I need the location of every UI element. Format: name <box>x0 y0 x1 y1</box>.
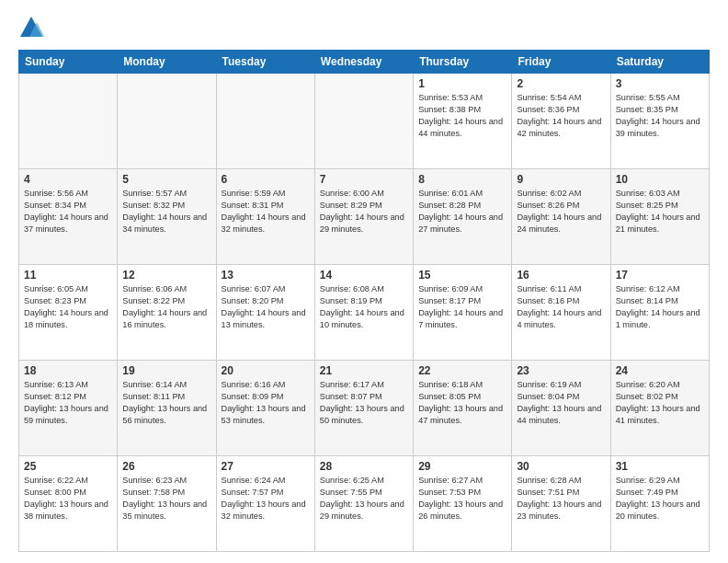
day-info: Sunrise: 5:59 AMSunset: 8:31 PMDaylight:… <box>222 188 310 236</box>
day-number: 19 <box>122 364 210 377</box>
calendar-cell: 25Sunrise: 6:22 AMSunset: 8:00 PMDayligh… <box>19 456 118 552</box>
weekday-header: Sunday <box>19 51 118 74</box>
calendar-cell: 20Sunrise: 6:16 AMSunset: 8:09 PMDayligh… <box>216 361 314 456</box>
calendar-cell: 18Sunrise: 6:13 AMSunset: 8:12 PMDayligh… <box>19 361 118 456</box>
day-info: Sunrise: 6:16 AMSunset: 8:09 PMDaylight:… <box>222 379 310 427</box>
calendar-cell: 23Sunrise: 6:19 AMSunset: 8:04 PMDayligh… <box>512 361 610 456</box>
day-info: Sunrise: 6:29 AMSunset: 7:49 PMDaylight:… <box>616 475 704 523</box>
calendar-cell: 1Sunrise: 5:53 AMSunset: 8:38 PMDaylight… <box>414 74 512 169</box>
calendar-cell: 21Sunrise: 6:17 AMSunset: 8:07 PMDayligh… <box>314 361 413 456</box>
calendar-cell: 6Sunrise: 5:59 AMSunset: 8:31 PMDaylight… <box>216 169 314 265</box>
calendar-cell: 4Sunrise: 5:56 AMSunset: 8:34 PMDaylight… <box>19 169 118 265</box>
day-number: 25 <box>24 460 112 473</box>
weekday-header: Tuesday <box>216 51 314 74</box>
day-info: Sunrise: 6:14 AMSunset: 8:11 PMDaylight:… <box>122 379 210 427</box>
calendar-cell: 16Sunrise: 6:11 AMSunset: 8:16 PMDayligh… <box>512 265 610 361</box>
day-info: Sunrise: 6:19 AMSunset: 8:04 PMDaylight:… <box>517 379 605 427</box>
day-number: 27 <box>222 460 310 473</box>
weekday-header: Monday <box>118 51 216 74</box>
calendar-cell: 7Sunrise: 6:00 AMSunset: 8:29 PMDaylight… <box>314 169 413 265</box>
logo <box>18 15 48 40</box>
day-number: 7 <box>320 173 408 186</box>
calendar-week-row: 25Sunrise: 6:22 AMSunset: 8:00 PMDayligh… <box>19 456 710 552</box>
weekday-header: Wednesday <box>314 51 413 74</box>
calendar: SundayMondayTuesdayWednesdayThursdayFrid… <box>18 50 710 552</box>
day-info: Sunrise: 6:28 AMSunset: 7:51 PMDaylight:… <box>517 475 605 523</box>
header <box>18 15 710 40</box>
weekday-header: Thursday <box>414 51 512 74</box>
day-info: Sunrise: 6:00 AMSunset: 8:29 PMDaylight:… <box>320 188 408 236</box>
calendar-cell: 14Sunrise: 6:08 AMSunset: 8:19 PMDayligh… <box>314 265 413 361</box>
day-number: 31 <box>616 460 704 473</box>
calendar-cell: 30Sunrise: 6:28 AMSunset: 7:51 PMDayligh… <box>512 456 610 552</box>
day-info: Sunrise: 6:17 AMSunset: 8:07 PMDaylight:… <box>320 379 408 427</box>
day-info: Sunrise: 6:09 AMSunset: 8:17 PMDaylight:… <box>418 283 506 331</box>
day-info: Sunrise: 5:54 AMSunset: 8:36 PMDaylight:… <box>517 92 605 140</box>
calendar-cell <box>314 74 413 169</box>
day-info: Sunrise: 6:23 AMSunset: 7:58 PMDaylight:… <box>122 475 210 523</box>
day-number: 20 <box>222 364 310 377</box>
day-number: 6 <box>222 173 310 186</box>
day-info: Sunrise: 5:53 AMSunset: 8:38 PMDaylight:… <box>418 92 506 140</box>
day-info: Sunrise: 6:27 AMSunset: 7:53 PMDaylight:… <box>418 475 506 523</box>
weekday-header-row: SundayMondayTuesdayWednesdayThursdayFrid… <box>19 51 710 74</box>
day-number: 21 <box>320 364 408 377</box>
calendar-week-row: 18Sunrise: 6:13 AMSunset: 8:12 PMDayligh… <box>19 361 710 456</box>
day-number: 17 <box>616 269 704 282</box>
calendar-cell <box>118 74 216 169</box>
calendar-cell <box>19 74 118 169</box>
day-info: Sunrise: 6:25 AMSunset: 7:55 PMDaylight:… <box>320 475 408 523</box>
day-number: 30 <box>517 460 605 473</box>
day-info: Sunrise: 5:56 AMSunset: 8:34 PMDaylight:… <box>24 188 112 236</box>
calendar-cell: 17Sunrise: 6:12 AMSunset: 8:14 PMDayligh… <box>610 265 709 361</box>
day-info: Sunrise: 6:18 AMSunset: 8:05 PMDaylight:… <box>418 379 506 427</box>
weekday-header: Friday <box>512 51 610 74</box>
day-info: Sunrise: 6:24 AMSunset: 7:57 PMDaylight:… <box>222 475 310 523</box>
calendar-cell: 8Sunrise: 6:01 AMSunset: 8:28 PMDaylight… <box>414 169 512 265</box>
day-info: Sunrise: 5:57 AMSunset: 8:32 PMDaylight:… <box>122 188 210 236</box>
page: SundayMondayTuesdayWednesdayThursdayFrid… <box>0 0 728 563</box>
day-info: Sunrise: 6:02 AMSunset: 8:26 PMDaylight:… <box>517 188 605 236</box>
day-number: 16 <box>517 269 605 282</box>
day-info: Sunrise: 6:07 AMSunset: 8:20 PMDaylight:… <box>222 283 310 331</box>
calendar-cell <box>216 74 314 169</box>
day-info: Sunrise: 6:13 AMSunset: 8:12 PMDaylight:… <box>24 379 112 427</box>
calendar-cell: 26Sunrise: 6:23 AMSunset: 7:58 PMDayligh… <box>118 456 216 552</box>
day-number: 29 <box>418 460 506 473</box>
day-number: 12 <box>122 269 210 282</box>
day-number: 11 <box>24 269 112 282</box>
calendar-cell: 31Sunrise: 6:29 AMSunset: 7:49 PMDayligh… <box>610 456 709 552</box>
day-info: Sunrise: 6:05 AMSunset: 8:23 PMDaylight:… <box>24 283 112 331</box>
calendar-week-row: 11Sunrise: 6:05 AMSunset: 8:23 PMDayligh… <box>19 265 710 361</box>
calendar-cell: 12Sunrise: 6:06 AMSunset: 8:22 PMDayligh… <box>118 265 216 361</box>
day-number: 14 <box>320 269 408 282</box>
day-number: 24 <box>616 364 704 377</box>
day-number: 28 <box>320 460 408 473</box>
day-number: 15 <box>418 269 506 282</box>
day-number: 9 <box>517 173 605 186</box>
day-number: 5 <box>122 173 210 186</box>
day-number: 23 <box>517 364 605 377</box>
calendar-cell: 27Sunrise: 6:24 AMSunset: 7:57 PMDayligh… <box>216 456 314 552</box>
calendar-cell: 2Sunrise: 5:54 AMSunset: 8:36 PMDaylight… <box>512 74 610 169</box>
day-number: 13 <box>222 269 310 282</box>
day-number: 18 <box>24 364 112 377</box>
day-info: Sunrise: 6:12 AMSunset: 8:14 PMDaylight:… <box>616 283 704 331</box>
calendar-cell: 28Sunrise: 6:25 AMSunset: 7:55 PMDayligh… <box>314 456 413 552</box>
calendar-cell: 13Sunrise: 6:07 AMSunset: 8:20 PMDayligh… <box>216 265 314 361</box>
weekday-header: Saturday <box>610 51 709 74</box>
calendar-cell: 9Sunrise: 6:02 AMSunset: 8:26 PMDaylight… <box>512 169 610 265</box>
day-number: 8 <box>418 173 506 186</box>
calendar-cell: 29Sunrise: 6:27 AMSunset: 7:53 PMDayligh… <box>414 456 512 552</box>
day-number: 26 <box>122 460 210 473</box>
day-info: Sunrise: 6:01 AMSunset: 8:28 PMDaylight:… <box>418 188 506 236</box>
day-info: Sunrise: 6:08 AMSunset: 8:19 PMDaylight:… <box>320 283 408 331</box>
day-number: 4 <box>24 173 112 186</box>
day-info: Sunrise: 6:20 AMSunset: 8:02 PMDaylight:… <box>616 379 704 427</box>
calendar-cell: 5Sunrise: 5:57 AMSunset: 8:32 PMDaylight… <box>118 169 216 265</box>
day-number: 1 <box>418 77 506 90</box>
day-info: Sunrise: 6:06 AMSunset: 8:22 PMDaylight:… <box>122 283 210 331</box>
calendar-cell: 10Sunrise: 6:03 AMSunset: 8:25 PMDayligh… <box>610 169 709 265</box>
day-number: 22 <box>418 364 506 377</box>
day-info: Sunrise: 6:03 AMSunset: 8:25 PMDaylight:… <box>616 188 704 236</box>
